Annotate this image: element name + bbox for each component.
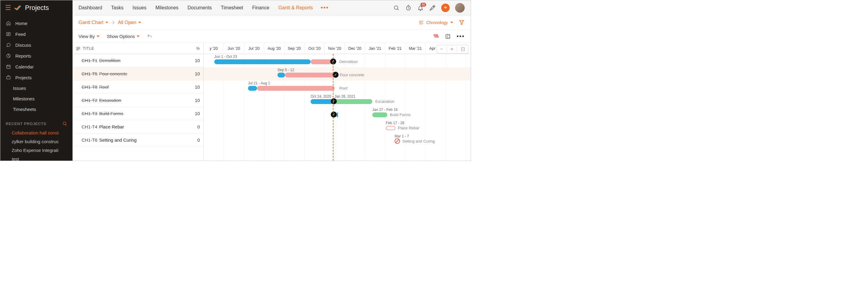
zoom-control: − + <box>437 45 468 53</box>
more-menu-icon[interactable]: ••• <box>321 4 329 11</box>
svg-rect-2 <box>7 65 10 69</box>
month-header: y '20 <box>204 43 224 54</box>
tools-icon[interactable] <box>429 4 436 11</box>
sidebar-subitem-issues[interactable]: Issues <box>0 83 72 93</box>
task-id: CH1-T1 <box>82 58 97 63</box>
bell-icon[interactable]: 48 <box>417 4 424 11</box>
sidebar-recent-header: RECENT PROJECTS <box>0 117 72 128</box>
check-icon: ✓ <box>331 111 337 117</box>
gantt-bar-row: Sep 5 - 12✓Pour concrete <box>204 67 471 80</box>
svg-rect-3 <box>7 77 10 79</box>
tab-issues[interactable]: Issues <box>132 5 146 10</box>
planned-bar[interactable] <box>333 99 372 104</box>
recent-project-item[interactable]: Collaboration hall const <box>0 128 72 137</box>
sidebar-item-projects[interactable]: Projects <box>0 72 72 83</box>
task-row[interactable]: CH1-T4Place Rebar0 <box>72 120 204 134</box>
bar-date-label: Mar 1 - 7 <box>395 134 409 138</box>
bar-name-label: Demolition <box>339 59 358 64</box>
tab-milestones[interactable]: Milestones <box>155 5 178 10</box>
sidebar-item-home[interactable]: Home <box>0 18 72 29</box>
reports-icon <box>6 53 11 58</box>
gantt-timeline[interactable]: y '20Jun '20Jul '20Aug '20Sep '20Oct '20… <box>204 43 471 161</box>
add-button[interactable]: + <box>441 4 450 12</box>
recent-header-label: RECENT PROJECTS <box>6 122 46 126</box>
undo-icon[interactable] <box>147 34 152 39</box>
more-icon[interactable]: ••• <box>457 33 465 40</box>
view-by-dropdown[interactable]: View By <box>79 34 100 39</box>
task-name: Demolition <box>99 58 121 63</box>
sidebar-item-discuss[interactable]: Discuss <box>0 39 72 50</box>
svg-rect-8 <box>435 36 438 37</box>
task-percent: 0 <box>191 124 200 129</box>
task-name: Setting and Curing <box>99 137 137 142</box>
task-percent: 10 <box>191 71 200 76</box>
sidebar-item-reports[interactable]: Reports <box>0 50 72 61</box>
hamburger-icon[interactable]: ☰ <box>5 4 11 12</box>
task-row[interactable]: CH1-T8Roof10 <box>72 80 204 94</box>
sidebar-item-feed[interactable]: Feed <box>0 29 72 39</box>
show-options-dropdown[interactable]: Show Options <box>107 34 140 39</box>
bar-date-label: Jan 27 - Feb 16 <box>372 108 398 112</box>
tab-documents[interactable]: Documents <box>187 5 212 10</box>
zoom-in-button[interactable]: + <box>450 47 455 52</box>
search-icon[interactable] <box>393 4 400 11</box>
bar-date-label: Feb 17 - 28 <box>386 121 404 125</box>
tab-dashboard[interactable]: Dashboard <box>79 5 102 10</box>
task-row[interactable]: CH1-T6Setting and Curing0 <box>72 134 204 147</box>
svg-rect-7 <box>434 34 437 35</box>
progress-bar[interactable] <box>278 73 285 78</box>
title-column-header: TITLE <box>83 46 94 51</box>
sidebar-item-label: Feed <box>16 32 26 37</box>
progress-bar[interactable] <box>311 99 333 104</box>
list-icon <box>76 47 80 51</box>
planned-bar[interactable] <box>372 112 388 117</box>
tab-finance[interactable]: Finance <box>252 5 269 10</box>
zoom-fit-button[interactable] <box>460 47 466 51</box>
svg-point-14 <box>463 49 463 49</box>
tab-timesheet[interactable]: Timesheet <box>221 5 243 10</box>
sidebar-nav: Home Feed Discuss Reports Calendar Proje… <box>0 16 72 117</box>
unstarted-bar[interactable] <box>386 126 396 130</box>
filter-icon[interactable] <box>459 20 465 26</box>
chronology-dropdown[interactable]: Chronology <box>418 20 453 25</box>
marker-bar[interactable] <box>337 112 338 117</box>
task-row[interactable]: CH1-T3Build Forms10 <box>72 107 204 120</box>
task-id: CH1-T5 <box>82 71 97 76</box>
task-name: Roof <box>99 84 109 89</box>
overdue-bar[interactable] <box>285 73 336 78</box>
recent-project-item[interactable]: Zoho Expense Integrati <box>0 146 72 155</box>
svg-rect-10 <box>77 47 80 48</box>
task-row[interactable]: CH1-T2Excavation10 <box>72 94 204 107</box>
gantt-bar-row: Jul 21 - Aug 1Roof <box>204 80 471 94</box>
task-id: CH1-T2 <box>82 98 97 103</box>
task-row[interactable]: CH1-T1Demolition10 <box>72 54 204 67</box>
avatar[interactable] <box>455 3 465 13</box>
critical-path-icon[interactable] <box>433 33 439 39</box>
sidebar-subitem-milestones[interactable]: Milestones <box>0 93 72 104</box>
tab-gantt-reports[interactable]: Gantt & Reports <box>278 5 313 10</box>
sidebar-item-calendar[interactable]: Calendar <box>0 61 72 72</box>
sidebar: ☰ Projects Home Feed Discuss Reports Cal… <box>0 0 72 161</box>
progress-bar[interactable] <box>214 59 311 64</box>
task-name: Place Rebar <box>99 124 124 129</box>
bar-name-label: Setting and Curing <box>402 139 435 143</box>
search-icon[interactable] <box>62 121 67 126</box>
month-header: Sep '20 <box>284 43 305 54</box>
check-icon: ✓ <box>333 72 339 78</box>
recent-project-item[interactable]: test <box>0 155 72 161</box>
progress-bar[interactable] <box>248 86 257 91</box>
task-id: CH1-T6 <box>82 137 97 142</box>
sidebar-subitem-timesheets[interactable]: Timesheets <box>0 104 72 114</box>
discuss-icon <box>6 42 11 48</box>
expand-icon[interactable] <box>445 34 451 39</box>
timer-icon[interactable] <box>405 4 412 11</box>
crumb-all-open[interactable]: All Open <box>118 20 141 25</box>
zoom-out-button[interactable]: − <box>439 47 444 52</box>
overdue-bar[interactable] <box>257 86 335 91</box>
crumb-gantt-chart[interactable]: Gantt Chart <box>79 20 108 25</box>
tab-tasks[interactable]: Tasks <box>111 5 123 10</box>
overdue-bar[interactable] <box>311 59 332 64</box>
task-row[interactable]: CH1-T5Pour concrete10 <box>72 67 204 80</box>
recent-project-item[interactable]: zylker building construc <box>0 137 72 146</box>
sidebar-item-label: Timesheets <box>13 107 36 112</box>
